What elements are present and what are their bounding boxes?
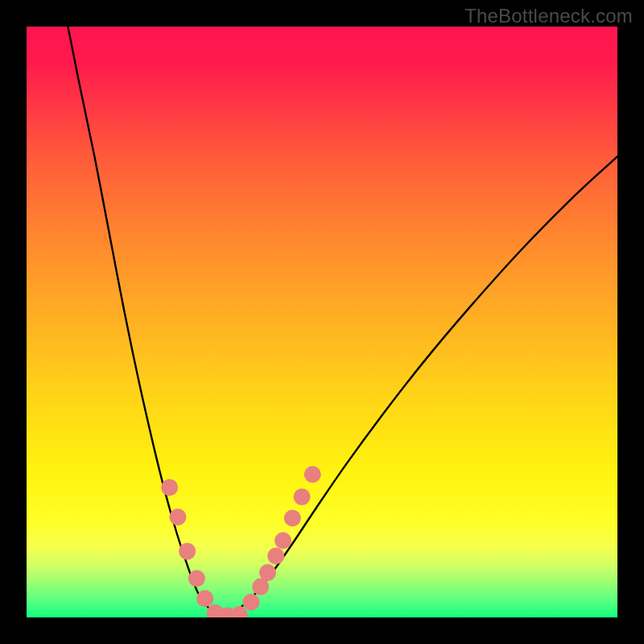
marker-dot	[188, 570, 205, 587]
marker-dot	[179, 543, 196, 559]
marker-dot	[284, 510, 301, 526]
marker-dot	[161, 479, 178, 496]
markers-layer	[27, 27, 617, 617]
markers-group	[161, 466, 321, 617]
chart-frame: TheBottleneck.com	[0, 0, 644, 644]
marker-dot	[275, 532, 291, 549]
marker-dot	[196, 590, 213, 607]
marker-dot	[259, 564, 276, 581]
marker-dot	[294, 489, 311, 506]
marker-dot	[169, 509, 186, 526]
watermark-text: TheBottleneck.com	[464, 5, 633, 27]
marker-dot	[242, 593, 259, 610]
marker-dot	[304, 466, 321, 483]
marker-dot	[267, 547, 284, 564]
